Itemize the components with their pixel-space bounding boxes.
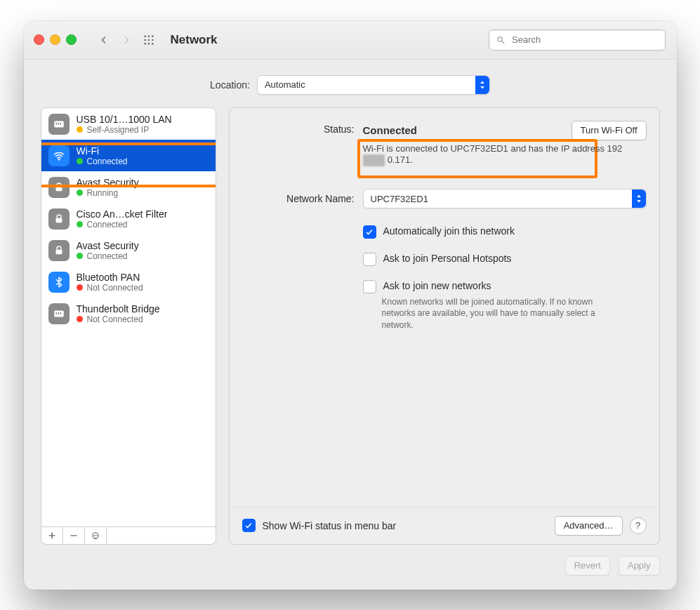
sidebar-item-name: Thunderbolt Bridge: [77, 303, 160, 314]
svg-point-6: [144, 43, 146, 45]
window-traffic-lights: [34, 34, 77, 45]
sidebar-item-status: Connected: [87, 157, 128, 166]
spacer: [107, 527, 216, 544]
sidebar-item-name: Avast Security: [77, 240, 139, 251]
svg-point-4: [147, 39, 150, 41]
sidebar-item-name: USB 10/1…1000 LAN: [77, 114, 172, 125]
svg-rect-20: [55, 312, 57, 314]
ask-new-networks-description: Known networks will be joined automatica…: [382, 296, 614, 331]
ask-hotspot-checkbox[interactable]: Ask to join Personal Hotspots: [363, 253, 647, 266]
svg-point-7: [147, 43, 150, 45]
auto-join-checkbox[interactable]: Automatically join this network: [363, 225, 647, 239]
revert-button[interactable]: Revert: [565, 556, 610, 576]
svg-point-25: [95, 535, 96, 536]
status-dot: [77, 316, 83, 322]
close-window-button[interactable]: [34, 34, 44, 45]
svg-rect-12: [55, 122, 57, 124]
preferences-window: Network Location: Automatic: [24, 21, 677, 590]
interfaces-list[interactable]: USB 10/1…1000 LAN Self-Assigned IP Wi-Fi…: [41, 107, 216, 527]
titlebar: Network: [24, 21, 677, 60]
svg-rect-13: [58, 122, 59, 124]
chevron-right-icon: [122, 35, 131, 45]
status-label: Status:: [242, 121, 355, 135]
sidebar-item-wifi[interactable]: Wi-Fi Connected: [41, 140, 216, 171]
svg-rect-22: [60, 312, 61, 314]
updown-icon: [635, 194, 642, 204]
turn-wifi-off-button[interactable]: Turn Wi-Fi Off: [572, 121, 647, 140]
ask-new-networks-label: Ask to join new networks: [383, 280, 491, 291]
sidebar-item-status: Connected: [87, 220, 128, 230]
minimize-window-button[interactable]: [50, 34, 60, 45]
advanced-button[interactable]: Advanced…: [555, 516, 623, 536]
sidebar-item-status: Connected: [87, 251, 128, 261]
status-value: Connected: [363, 124, 418, 136]
sidebar-item-thunderbolt-bridge[interactable]: Thunderbolt Bridge Not Connected: [41, 298, 216, 329]
location-value: Automatic: [265, 79, 305, 90]
more-icon: [91, 531, 100, 541]
show-wifi-status-checkbox[interactable]: Show Wi-Fi status in menu bar: [242, 519, 397, 532]
ethernet-icon: [48, 114, 70, 135]
auto-join-label: Automatically join this network: [383, 225, 515, 237]
search-field[interactable]: [489, 29, 666, 51]
search-input[interactable]: [510, 34, 657, 46]
location-label: Location:: [210, 79, 250, 91]
svg-point-5: [152, 39, 154, 41]
svg-point-1: [147, 35, 150, 37]
svg-rect-16: [55, 186, 62, 191]
select-caret: [475, 76, 489, 94]
nav-back-button[interactable]: [96, 32, 112, 48]
sidebar-item-status: Self-Assigned IP: [87, 125, 150, 135]
status-dot: [77, 158, 83, 164]
svg-point-24: [93, 535, 95, 536]
sidebar-item-bluetooth-pan[interactable]: Bluetooth PAN Not Connected: [41, 266, 216, 298]
network-name-value: UPC7F32ED1: [371, 194, 428, 204]
status-dot: [77, 284, 83, 291]
help-button[interactable]: ?: [630, 517, 647, 534]
svg-rect-14: [60, 122, 61, 124]
checkbox-icon: [242, 519, 256, 532]
ask-hotspot-label: Ask to join Personal Hotspots: [383, 253, 512, 264]
sidebar-item-status: Not Connected: [87, 283, 143, 293]
updown-icon: [479, 80, 486, 90]
select-caret: [632, 190, 646, 208]
more-options-button[interactable]: [85, 527, 107, 544]
zoom-window-button[interactable]: [66, 34, 77, 45]
location-select[interactable]: Automatic: [257, 75, 490, 95]
network-name-select[interactable]: UPC7F32ED1: [363, 189, 647, 208]
status-dot: [77, 221, 83, 227]
sidebar-item-status: Not Connected: [87, 314, 143, 324]
sidebar-item-name: Cisco An…cket Filter: [77, 208, 168, 220]
add-interface-button[interactable]: [41, 527, 63, 544]
checkbox-icon: [363, 225, 376, 239]
sidebar-item-status: Running: [87, 188, 119, 198]
svg-rect-21: [58, 312, 59, 314]
interfaces-sidebar: USB 10/1…1000 LAN Self-Assigned IP Wi-Fi…: [41, 107, 216, 545]
show-all-prefs-button[interactable]: [141, 32, 157, 48]
svg-point-9: [498, 37, 502, 41]
nav-forward-button[interactable]: [119, 32, 134, 48]
svg-point-26: [96, 535, 98, 536]
ethernet-icon: [48, 303, 70, 324]
status-dot: [77, 253, 83, 259]
lock-icon: [48, 240, 70, 261]
sidebar-item-avast-1[interactable]: Avast Security Running: [41, 171, 216, 203]
svg-point-2: [152, 35, 154, 37]
window-title: Network: [171, 33, 218, 47]
svg-rect-17: [55, 218, 62, 223]
ask-new-networks-checkbox[interactable]: Ask to join new networks: [363, 280, 647, 293]
grid-icon: [143, 34, 154, 46]
remove-interface-button[interactable]: [63, 527, 85, 544]
apply-button[interactable]: Apply: [619, 556, 660, 576]
show-wifi-status-label: Show Wi-Fi status in menu bar: [263, 520, 397, 531]
svg-rect-18: [55, 249, 62, 254]
chevron-left-icon: [100, 35, 108, 45]
sidebar-item-cisco[interactable]: Cisco An…cket Filter Connected: [41, 203, 216, 234]
lock-icon: [48, 208, 70, 230]
wifi-icon: [48, 145, 70, 166]
svg-line-10: [501, 41, 503, 43]
checkbox-icon: [363, 280, 376, 293]
sidebar-item-usb-lan[interactable]: USB 10/1…1000 LAN Self-Assigned IP: [41, 108, 216, 140]
sidebar-item-avast-2[interactable]: Avast Security Connected: [41, 234, 216, 266]
details-panel: Status: Connected Turn Wi-Fi Off Wi-Fi i…: [229, 107, 660, 545]
svg-point-0: [144, 35, 146, 37]
